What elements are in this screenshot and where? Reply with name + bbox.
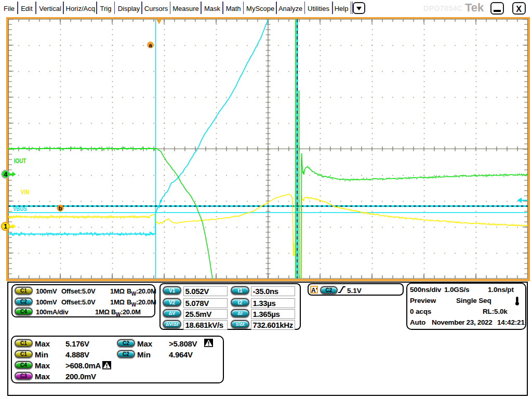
svg-text:VBUS: VBUS — [13, 205, 27, 212]
svg-text:4: 4 — [4, 170, 8, 178]
svg-text:b: b — [59, 205, 62, 211]
svg-text:VIN: VIN — [21, 189, 30, 196]
svg-text:1: 1 — [4, 222, 7, 230]
svg-text:a: a — [149, 42, 152, 48]
svg-text:IOUT: IOUT — [14, 157, 26, 165]
